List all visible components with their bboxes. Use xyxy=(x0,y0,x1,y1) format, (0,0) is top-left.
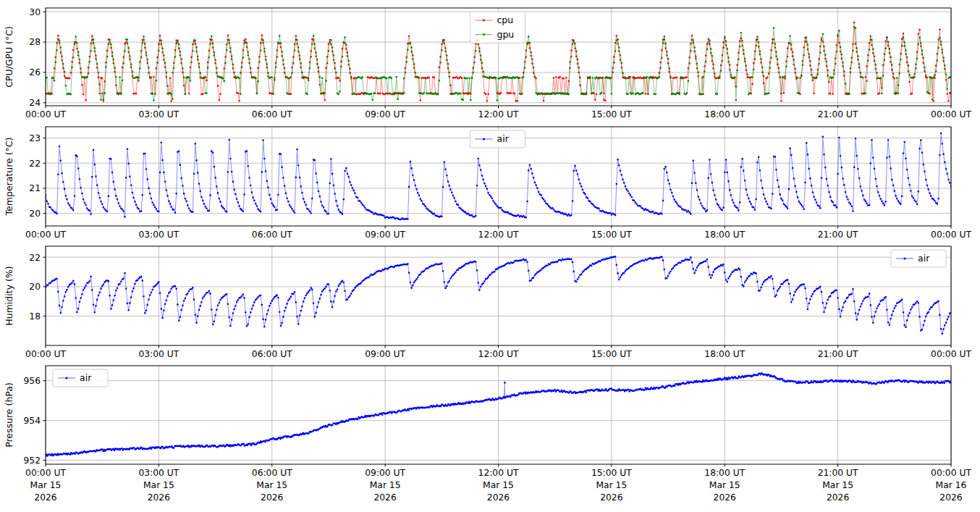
x-tick-year: 2026 xyxy=(148,492,170,503)
x-tick-date: Mar 15 xyxy=(256,480,287,490)
x-tick-label: 09:00 UT xyxy=(365,349,405,359)
x-tick-label: 18:00 UT xyxy=(704,230,745,240)
figure: cpugpu00:00 UT03:00 UT06:00 UT09:00 UT12… xyxy=(0,0,980,512)
x-tick-date: Mar 15 xyxy=(483,480,514,490)
x-tick-year: 2026 xyxy=(714,492,736,503)
x-tick-label: 21:00 UT xyxy=(818,349,858,359)
legend-label-air: air xyxy=(80,372,92,383)
x-tick-label: 00:00 UT xyxy=(25,109,66,119)
x-tick-year: 2026 xyxy=(600,492,622,503)
x-tick-label: 15:00 UT xyxy=(591,230,632,240)
y-axis-label-cpu-gpu: CPU/GPU (°C) xyxy=(4,26,14,88)
x-tick-label: 18:00 UT xyxy=(704,109,745,119)
x-tick-label: 00:00 UT xyxy=(25,230,66,240)
legend-label-air: air xyxy=(918,253,930,264)
x-tick-label: 03:00 UT xyxy=(138,109,179,119)
x-tick-label: 18:00 UT xyxy=(704,349,745,359)
y-axis-label-pressure: Pressure (hPa) xyxy=(4,382,14,448)
x-tick-label: 06:00 UT xyxy=(252,109,292,119)
y-tick-label: 23 xyxy=(29,133,41,143)
y-tick-label: 20 xyxy=(29,282,41,292)
y-tick-label: 24 xyxy=(29,98,41,108)
x-tick-label: 00:00 UT xyxy=(25,468,66,478)
y-tick-label: 28 xyxy=(29,37,41,47)
x-tick-label: 15:00 UT xyxy=(591,109,632,119)
legend-label-gpu: gpu xyxy=(497,29,515,40)
panel-cpu-gpu: cpugpu00:00 UT03:00 UT06:00 UT09:00 UT12… xyxy=(4,7,971,119)
y-tick-label: 952 xyxy=(24,456,41,466)
panel-pressure: air00:00 UTMar 15202603:00 UTMar 1520260… xyxy=(4,366,971,503)
x-tick-date: Mar 15 xyxy=(709,480,740,490)
x-tick-label: 00:00 UT xyxy=(931,468,971,478)
x-tick-label: 18:00 UT xyxy=(704,468,745,478)
x-tick-year: 2026 xyxy=(34,492,56,503)
weather-multipanel-chart: cpugpu00:00 UT03:00 UT06:00 UT09:00 UT12… xyxy=(0,0,980,512)
x-tick-label: 03:00 UT xyxy=(138,230,179,240)
y-axis-label-temperature: Temperature (°C) xyxy=(4,138,14,217)
x-tick-label: 03:00 UT xyxy=(138,468,179,478)
x-tick-label: 06:00 UT xyxy=(252,230,292,240)
x-tick-label: 00:00 UT xyxy=(25,349,66,359)
legend: cpugpu xyxy=(470,12,525,43)
legend: air xyxy=(53,369,108,387)
x-tick-label: 15:00 UT xyxy=(591,468,632,478)
grid xyxy=(46,246,951,345)
y-tick-label: 956 xyxy=(24,376,41,386)
x-tick-label: 21:00 UT xyxy=(818,468,858,478)
x-tick-date: Mar 15 xyxy=(596,480,627,490)
x-tick-date: Mar 16 xyxy=(936,480,967,490)
y-tick-label: 30 xyxy=(29,7,41,17)
y-tick-label: 26 xyxy=(29,67,41,77)
y-axis-label-humidity: Humidity (%) xyxy=(4,266,14,325)
panel-temperature: air00:00 UT03:00 UT06:00 UT09:00 UT12:00… xyxy=(4,127,971,240)
x-tick-label: 09:00 UT xyxy=(365,109,405,119)
x-tick-date: Mar 15 xyxy=(822,480,853,490)
y-tick-label: 954 xyxy=(24,416,41,426)
x-tick-label: 12:00 UT xyxy=(478,468,519,478)
x-tick-label: 15:00 UT xyxy=(591,349,632,359)
axis-ticks-labels: 00:00 UTMar 15202603:00 UTMar 15202606:0… xyxy=(24,376,972,503)
x-tick-year: 2026 xyxy=(939,492,962,503)
y-tick-label: 22 xyxy=(29,159,41,169)
legend: air xyxy=(891,250,946,267)
y-tick-label: 20 xyxy=(29,209,41,219)
x-tick-label: 06:00 UT xyxy=(252,349,292,359)
x-tick-date: Mar 15 xyxy=(30,480,62,490)
x-tick-year: 2026 xyxy=(373,492,396,503)
y-tick-label: 21 xyxy=(29,183,41,193)
x-tick-label: 03:00 UT xyxy=(138,349,179,359)
y-tick-label: 22 xyxy=(29,253,41,263)
x-tick-year: 2026 xyxy=(261,492,283,503)
x-tick-label: 09:00 UT xyxy=(365,230,405,240)
x-tick-year: 2026 xyxy=(827,492,849,503)
y-tick-label: 18 xyxy=(29,311,41,322)
panel-humidity: air00:00 UT03:00 UT06:00 UT09:00 UT12:00… xyxy=(4,246,971,359)
x-tick-label: 00:00 UT xyxy=(931,109,971,119)
x-tick-label: 00:00 UT xyxy=(931,230,971,240)
x-tick-date: Mar 15 xyxy=(143,480,174,490)
x-tick-label: 00:00 UT xyxy=(931,349,971,359)
legend: air xyxy=(470,130,525,148)
x-tick-label: 06:00 UT xyxy=(252,468,292,478)
legend-label-air: air xyxy=(497,133,510,144)
x-tick-label: 21:00 UT xyxy=(818,230,858,240)
x-tick-label: 12:00 UT xyxy=(478,349,519,359)
x-tick-label: 12:00 UT xyxy=(478,230,519,240)
x-tick-year: 2026 xyxy=(487,492,510,503)
x-tick-label: 12:00 UT xyxy=(478,109,519,119)
x-tick-date: Mar 15 xyxy=(370,480,401,490)
x-tick-label: 09:00 UT xyxy=(365,468,405,478)
x-tick-label: 21:00 UT xyxy=(818,109,858,119)
legend-label-cpu: cpu xyxy=(497,14,514,25)
